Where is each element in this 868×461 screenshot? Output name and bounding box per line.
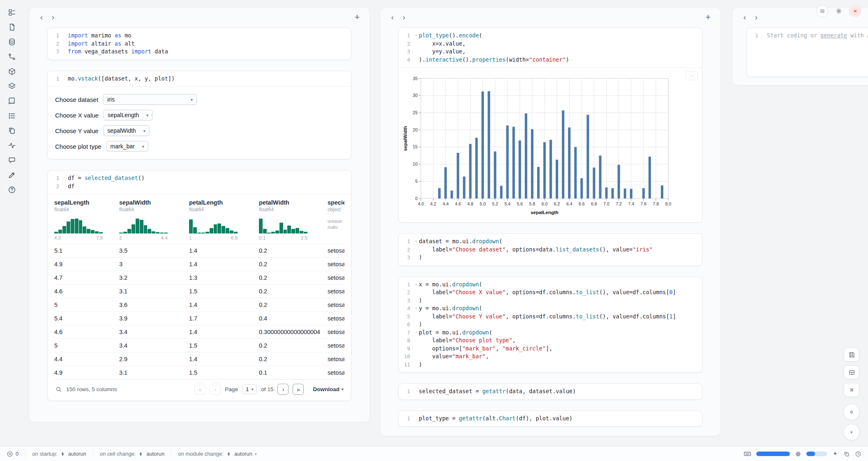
- column-move-left-button[interactable]: ‹: [387, 12, 398, 23]
- close-button[interactable]: [849, 5, 861, 17]
- column-histogram: [259, 217, 307, 234]
- code-line: 2import altair as alt: [50, 40, 347, 48]
- histogram-bar: [259, 219, 263, 233]
- cell-editor[interactable]: 1selected_dataset = getattr(data, datase…: [399, 384, 702, 399]
- settings-button[interactable]: [833, 5, 845, 17]
- sidebar-help-button[interactable]: [4, 183, 20, 196]
- on-cell-change-setting[interactable]: on cell change: autorun: [93, 450, 171, 458]
- column-move-right-button[interactable]: ›: [750, 12, 762, 23]
- cell-editor[interactable]: 1mo.vstack([dataset, x, y, plot]): [48, 71, 351, 87]
- cell-editor[interactable]: 1▾plot_type().encode(2 x=x.value,3 y=y.v…: [399, 28, 702, 67]
- stat-line: nulls:: [328, 224, 341, 230]
- histogram-bar: [79, 220, 83, 233]
- code-text: selected_dataset = getattr(data, dataset…: [419, 387, 576, 396]
- download-button[interactable]: Download▾: [313, 386, 344, 392]
- table-cell: 3.2: [119, 274, 189, 281]
- svg-text:5.4: 5.4: [504, 201, 510, 206]
- table-cell: 1.4: [189, 302, 259, 308]
- app-layout-button[interactable]: [844, 365, 859, 379]
- on-module-change-setting[interactable]: on module change: autorun ▾: [171, 450, 263, 458]
- histogram-bar: [91, 230, 95, 233]
- sidebar-documentation-button[interactable]: [4, 95, 20, 107]
- plot-type-select[interactable]: mark_bar▾: [106, 141, 148, 152]
- copy-icon[interactable]: [843, 451, 850, 457]
- run-button[interactable]: [843, 424, 860, 440]
- fold-toggle-icon[interactable]: ▾: [413, 329, 419, 337]
- table-cell: setosa: [328, 329, 344, 335]
- selected-dataset-cell: 1selected_dataset = getattr(data, datase…: [398, 383, 702, 400]
- fold-toggle-icon[interactable]: ▾: [413, 32, 419, 40]
- column-dtype: float64: [54, 207, 116, 212]
- table-cell: 5.1: [54, 247, 119, 254]
- cell-editor[interactable]: 1▾x = mo.ui.dropdown(2 label="Choose X v…: [399, 277, 702, 373]
- cell-editor[interactable]: 1plot_type = getattr(alt.Chart(df), plot…: [399, 411, 702, 426]
- table-row: 53.41.50.2setosa: [54, 339, 344, 352]
- sidebar-packages-button[interactable]: [4, 65, 20, 78]
- sidebar-files-button[interactable]: [4, 21, 20, 33]
- column-move-right-button[interactable]: ›: [47, 12, 59, 23]
- save-button[interactable]: [844, 348, 859, 362]
- next-page-button[interactable]: ›: [277, 384, 289, 395]
- sidebar-ai-pen-button[interactable]: [4, 168, 20, 181]
- code-text: mo.vstack([dataset, x, y, plot]): [68, 75, 175, 83]
- histogram-bar: [75, 219, 78, 233]
- sidebar-scratchpad-button[interactable]: [4, 154, 20, 166]
- plus-icon: +: [355, 12, 360, 23]
- fold-spacer: [413, 246, 419, 254]
- sidebar-logs-button[interactable]: [4, 139, 20, 152]
- y-value-select[interactable]: sepalWidth▾: [103, 125, 149, 136]
- sidebar-variables-button[interactable]: [4, 50, 20, 63]
- cell-editor[interactable]: 1Start coding or generate with AI: [747, 28, 868, 44]
- cell-editor[interactable]: 1▾dataset = mo.ui.dropdown(2 label="Choo…: [399, 234, 702, 265]
- add-cell-button[interactable]: +: [702, 12, 714, 23]
- table-cell: setosa: [328, 247, 344, 254]
- interrupt-button[interactable]: [843, 404, 860, 420]
- dataset-select[interactable]: iris▾: [103, 94, 197, 105]
- column-move-left-button[interactable]: ‹: [739, 12, 750, 23]
- sidebar-outline-button[interactable]: [4, 109, 20, 122]
- command-palette-icon: ⌘: [848, 387, 855, 394]
- generate-with-ai-link[interactable]: generate: [820, 32, 847, 39]
- table-cell: 3.4: [119, 329, 189, 335]
- keyboard-icon[interactable]: [743, 450, 751, 458]
- clock-icon[interactable]: [855, 451, 861, 457]
- search-icon[interactable]: [55, 386, 62, 393]
- xy-plot-dropdowns-cell: 1▾x = mo.ui.dropdown(2 label="Choose X v…: [398, 277, 702, 373]
- histogram-bar: [95, 231, 99, 233]
- previous-page-button[interactable]: ‹: [210, 384, 221, 395]
- last-page-button[interactable]: »: [293, 384, 304, 395]
- error-count: 0: [16, 451, 18, 457]
- on-startup-setting[interactable]: on startup: autorun: [25, 450, 93, 458]
- sidebar-file-explorer-button[interactable]: [4, 6, 20, 18]
- run-icon: [848, 429, 855, 436]
- error-indicator[interactable]: 0: [7, 451, 25, 457]
- cell-editor[interactable]: 1import marimo as mo2import altair as al…: [48, 28, 351, 60]
- menu-button[interactable]: [816, 5, 829, 17]
- svg-text:6.2: 6.2: [554, 201, 560, 206]
- fold-toggle-icon[interactable]: ▾: [413, 281, 419, 289]
- fold-toggle-icon[interactable]: ▾: [413, 237, 419, 246]
- sidebar-dependencies-button[interactable]: [4, 80, 20, 92]
- cell-editor[interactable]: 1df = selected_dataset()2df: [48, 171, 351, 194]
- file-explorer-icon: [8, 8, 16, 16]
- sidebar-snippets-button[interactable]: [4, 124, 20, 137]
- table-cell: 0.2: [259, 274, 328, 281]
- fold-toggle-icon[interactable]: ▾: [413, 304, 419, 313]
- code-text: y = mo.ui.dropdown(: [419, 304, 482, 313]
- x-value-select[interactable]: sepalLength▾: [104, 110, 152, 120]
- page-count: of 15: [261, 386, 273, 392]
- command-palette-button[interactable]: ⌘: [844, 383, 859, 397]
- add-cell-button[interactable]: +: [351, 12, 363, 23]
- chart-options-button[interactable]: [686, 71, 698, 80]
- code-line: 8 label="Choose plot type",: [401, 337, 698, 345]
- column-move-left-button[interactable]: ‹: [36, 12, 47, 23]
- ai-sparkle-icon[interactable]: [832, 451, 838, 457]
- code-text: label="Choose plot type",: [419, 337, 516, 345]
- first-page-button[interactable]: «: [194, 384, 205, 395]
- svg-text:6.8: 6.8: [591, 201, 597, 206]
- bar-chart[interactable]: 4.04.24.44.64.85.05.25.45.65.86.06.26.46…: [402, 73, 673, 217]
- histogram-bar: [160, 233, 164, 233]
- column-move-right-button[interactable]: ›: [398, 12, 410, 23]
- sidebar-datasets-button[interactable]: [4, 35, 20, 48]
- page-number-select[interactable]: 1▾: [242, 385, 257, 394]
